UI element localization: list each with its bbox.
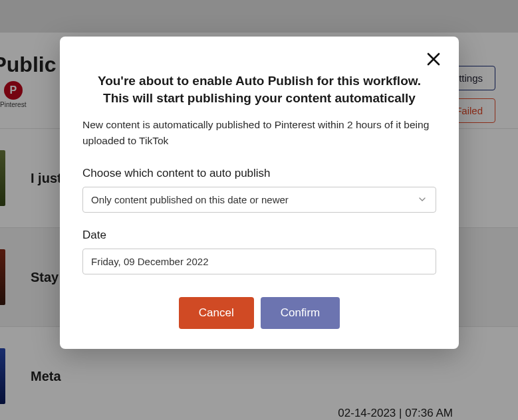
thumbnail [0, 249, 5, 305]
list-item-title: I just [31, 171, 62, 186]
list-item-title: Meta [31, 369, 61, 384]
content-filter-value: Only content published on this date or n… [91, 194, 289, 205]
top-bar [0, 0, 518, 33]
list-item-timestamp: 02-14-2023 | 07:36 AM [338, 407, 453, 420]
modal-actions: Cancel Confirm [82, 297, 436, 329]
auto-publish-modal: You're about to enable Auto Publish for … [60, 37, 459, 349]
cancel-button[interactable]: Cancel [179, 297, 254, 329]
content-filter-select[interactable]: Only content published on this date or n… [82, 187, 436, 213]
modal-title: You're about to enable Auto Publish for … [92, 72, 427, 106]
content-filter-label: Choose which content to auto publish [82, 167, 436, 180]
chevron-down-icon [417, 194, 428, 205]
close-button[interactable] [426, 51, 442, 70]
list-item-title: Stay [31, 270, 59, 285]
close-icon [426, 51, 442, 67]
pinterest-icon: P [4, 81, 23, 100]
date-value: Friday, 09 December 2022 [91, 256, 208, 267]
thumbnail [0, 150, 5, 206]
date-label: Date [82, 229, 436, 242]
platform-badge-pinterest[interactable]: P Pinterest [0, 81, 26, 108]
platform-label: Pinterest [0, 101, 26, 108]
thumbnail [0, 348, 5, 404]
confirm-button[interactable]: Confirm [261, 297, 340, 329]
modal-description: New content is automatically published t… [82, 117, 436, 148]
date-input[interactable]: Friday, 09 December 2022 [82, 249, 436, 274]
